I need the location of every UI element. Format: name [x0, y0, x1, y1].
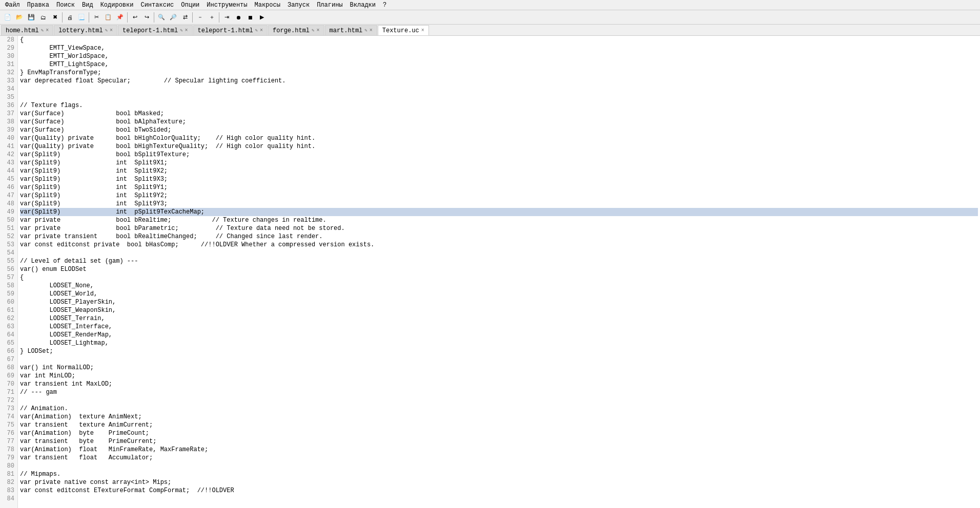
toolbar-save-all[interactable]: 🗂 — [37, 12, 49, 23]
toolbar-zoom-in[interactable]: ＋ — [206, 12, 217, 23]
toolbar-redo[interactable]: ↪ — [141, 12, 152, 23]
tab-teleport2-modified: ✎ — [255, 28, 258, 33]
code-line-74: var(Animation) texture AnimNext; — [20, 413, 978, 421]
toolbar-save[interactable]: 💾 — [26, 12, 37, 23]
toolbar-run[interactable]: ▶ — [256, 12, 268, 23]
tab-teleport[interactable]: teleport-1.html✎× — [118, 25, 192, 35]
toolbar-copy[interactable]: 📋 — [103, 12, 114, 23]
tab-texture-close[interactable]: × — [421, 28, 424, 33]
toolbar-open[interactable]: 📂 — [14, 12, 25, 23]
toolbar-zoom-out[interactable]: － — [194, 12, 206, 23]
menu-tabs[interactable]: Вкладки — [347, 1, 379, 10]
line-num-48: 48 — [3, 200, 14, 208]
toolbar-sep6 — [219, 12, 219, 23]
tab-texture[interactable]: Texture.uc× — [378, 25, 429, 35]
code-line-80 — [20, 462, 978, 470]
line-num-28: 28 — [3, 36, 14, 44]
menu-tools[interactable]: Инструменты — [203, 1, 250, 10]
tab-mart[interactable]: mart.html✎× — [325, 25, 377, 35]
toolbar-indent[interactable]: ⇥ — [221, 12, 232, 23]
menu-syntax[interactable]: Синтаксис — [137, 1, 177, 10]
tab-forge[interactable]: forge.html✎× — [268, 25, 324, 35]
line-num-37: 37 — [3, 110, 14, 118]
code-line-69: var int MinLOD; — [20, 372, 978, 380]
tab-lottery[interactable]: lottery.html✎× — [54, 25, 117, 35]
tab-forge-close[interactable]: × — [316, 28, 319, 33]
tab-texture-label: Texture.uc — [382, 27, 419, 34]
code-line-30: EMTT_WorldSpace, — [20, 52, 978, 60]
tab-teleport-modified: ✎ — [180, 28, 182, 33]
menu-plugins[interactable]: Плагины — [314, 1, 345, 10]
code-line-67 — [20, 355, 978, 364]
line-num-62: 62 — [3, 314, 14, 323]
code-line-60: LODSET_PlayerSkin, — [20, 298, 978, 306]
toolbar-find[interactable]: 🔍 — [156, 12, 167, 23]
code-line-65: LODSET_Lightmap, — [20, 339, 978, 347]
code-line-71: // --- gam — [20, 388, 978, 396]
tab-home-close[interactable]: × — [46, 28, 49, 33]
menu-view[interactable]: Вид — [79, 1, 96, 10]
code-line-35 — [20, 93, 978, 101]
toolbar-print2[interactable]: 📃 — [76, 12, 87, 23]
tab-home[interactable]: home.html✎× — [1, 25, 53, 35]
tab-teleport2-close[interactable]: × — [260, 28, 263, 33]
line-num-53: 53 — [3, 241, 14, 249]
line-num-43: 43 — [3, 159, 14, 167]
code-line-78: var(Animation) float MinFrameRate, MaxFr… — [20, 446, 978, 454]
code-line-64: LODSET_RenderMap, — [20, 331, 978, 339]
menu-run[interactable]: Запуск — [284, 1, 313, 10]
line-num-51: 51 — [3, 224, 14, 232]
line-num-63: 63 — [3, 323, 14, 331]
line-num-77: 77 — [3, 437, 14, 446]
line-numbers: 2829303132333435363738394041424344454647… — [0, 36, 18, 508]
toolbar-close[interactable]: ✖ — [49, 12, 60, 23]
line-num-68: 68 — [3, 364, 14, 372]
toolbar-print[interactable]: 🖨 — [64, 12, 75, 23]
toolbar-replace[interactable]: ⇄ — [179, 12, 191, 23]
code-line-82: var private native const array<int> Mips… — [20, 478, 978, 486]
toolbar-cut[interactable]: ✂ — [91, 12, 102, 23]
toolbar-sep5 — [192, 12, 193, 23]
toolbar-find2[interactable]: 🔎 — [168, 12, 179, 23]
menu-macros[interactable]: Макросы — [252, 1, 283, 10]
toolbar-macro2[interactable]: ⏹ — [244, 12, 256, 23]
toolbar-macro[interactable]: ⏺ — [233, 12, 244, 23]
toolbar-new[interactable]: 📄 — [2, 12, 13, 23]
line-num-70: 70 — [3, 380, 14, 388]
code-line-54 — [20, 249, 978, 257]
code-content[interactable]: { EMTT_ViewSpace, EMTT_WorldSpace, EMTT_… — [18, 36, 980, 508]
tab-mart-close[interactable]: × — [370, 28, 373, 33]
toolbar-undo[interactable]: ↩ — [129, 12, 140, 23]
code-line-57: { — [20, 273, 978, 282]
code-line-83: var const editconst ETextureFormat CompF… — [20, 486, 978, 495]
menu-search[interactable]: Поиск — [53, 1, 78, 10]
tab-teleport2[interactable]: teleport-1.html✎× — [193, 25, 268, 35]
line-num-56: 56 — [3, 265, 14, 273]
line-num-74: 74 — [3, 413, 14, 421]
tab-teleport-close[interactable]: × — [185, 28, 188, 33]
code-line-63: LODSET_Interface, — [20, 323, 978, 331]
code-line-50: var private bool bRealtime; // Texture c… — [20, 216, 978, 224]
tab-mart-label: mart.html — [330, 27, 363, 34]
toolbar-sep2 — [89, 12, 89, 23]
line-num-69: 69 — [3, 372, 14, 380]
toolbar-sep1 — [62, 12, 63, 23]
menu-help[interactable]: ? — [380, 1, 390, 10]
line-num-71: 71 — [3, 388, 14, 396]
menu-encoding[interactable]: Кодировки — [97, 1, 137, 10]
tabsbar: home.html✎×lottery.html✎×teleport-1.html… — [0, 25, 980, 36]
line-num-55: 55 — [3, 257, 14, 265]
line-num-66: 66 — [3, 347, 14, 355]
code-line-62: LODSET_Terrain, — [20, 314, 978, 323]
menu-options[interactable]: Опции — [178, 1, 202, 10]
tab-home-label: home.html — [6, 27, 39, 34]
menu-edit[interactable]: Правка — [24, 1, 52, 10]
line-num-33: 33 — [3, 77, 14, 85]
tab-lottery-close[interactable]: × — [110, 28, 113, 33]
line-num-79: 79 — [3, 454, 14, 462]
line-num-61: 61 — [3, 306, 14, 314]
code-line-45: var(Split9) int Split9X3; — [20, 175, 978, 183]
toolbar-paste[interactable]: 📌 — [114, 12, 126, 23]
menu-file[interactable]: Файл — [2, 1, 23, 10]
code-line-31: EMTT_LightSpace, — [20, 60, 978, 69]
